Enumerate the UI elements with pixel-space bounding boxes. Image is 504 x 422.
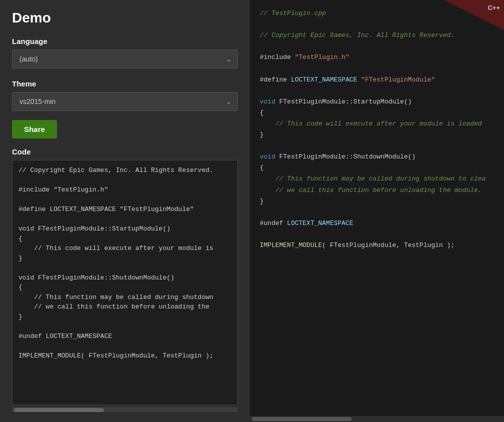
- language-select[interactable]: (auto) C++ JavaScript Python HTML: [12, 50, 238, 68]
- theme-select-wrapper: vs2015-min default dark light ⌄: [12, 92, 238, 111]
- line-20: #undef LOCTEXT_NAMESPACE: [260, 220, 353, 227]
- theme-select[interactable]: vs2015-min default dark light: [12, 92, 238, 111]
- theme-label: Theme: [12, 80, 238, 88]
- line-22: IMPLEMENT_MODULE: [260, 242, 322, 249]
- app-title: Demo: [12, 10, 238, 26]
- line-16: // This function may be called during sh…: [260, 175, 486, 182]
- right-horizontal-scrollbar[interactable]: [250, 416, 504, 422]
- line-15: {: [260, 164, 264, 172]
- code-scrollbar-thumb: [14, 408, 104, 412]
- language-select-wrapper: (auto) C++ JavaScript Python HTML ⌄: [12, 50, 238, 68]
- code-textarea[interactable]: // Copyright Epic Games, Inc. All Rights…: [12, 160, 238, 405]
- language-label: Language: [12, 37, 238, 46]
- code-input-wrapper: // Copyright Epic Games, Inc. All Rights…: [12, 160, 238, 412]
- code-display: // TestPlugin.cpp // Copyright Epic Game…: [250, 0, 504, 410]
- line-3: // Copyright Epic Games, Inc. All Rights…: [260, 32, 455, 39]
- code-label: Code: [12, 148, 238, 156]
- left-panel: Demo Language (auto) C++ JavaScript Pyth…: [0, 0, 250, 422]
- share-button[interactable]: Share: [12, 120, 57, 138]
- line-14: void FTestPluginModule::ShutdownModule(): [260, 153, 416, 160]
- line-5: #include "TestPlugin.h": [260, 54, 349, 61]
- line-9: void FTestPluginModule::StartupModule(): [260, 98, 412, 106]
- line-10: {: [260, 109, 264, 116]
- language-badge: C++: [488, 4, 500, 12]
- line-18: }: [260, 198, 264, 205]
- line-22b: ( FTestPluginModule, TestPlugin );: [322, 242, 455, 249]
- code-horizontal-scrollbar[interactable]: [12, 407, 238, 412]
- line-7: #define LOCTEXT_NAMESPACE "FTestPluginMo…: [260, 76, 435, 84]
- right-scrollbar-thumb: [252, 417, 352, 421]
- line-12: }: [260, 131, 264, 138]
- right-panel: C++ // TestPlugin.cpp // Copyright Epic …: [250, 0, 504, 422]
- line-1: // TestPlugin.cpp: [260, 10, 326, 17]
- line-11: // This code will execute after your mod…: [260, 120, 482, 128]
- line-17: // we call this function before unloadin…: [260, 186, 482, 194]
